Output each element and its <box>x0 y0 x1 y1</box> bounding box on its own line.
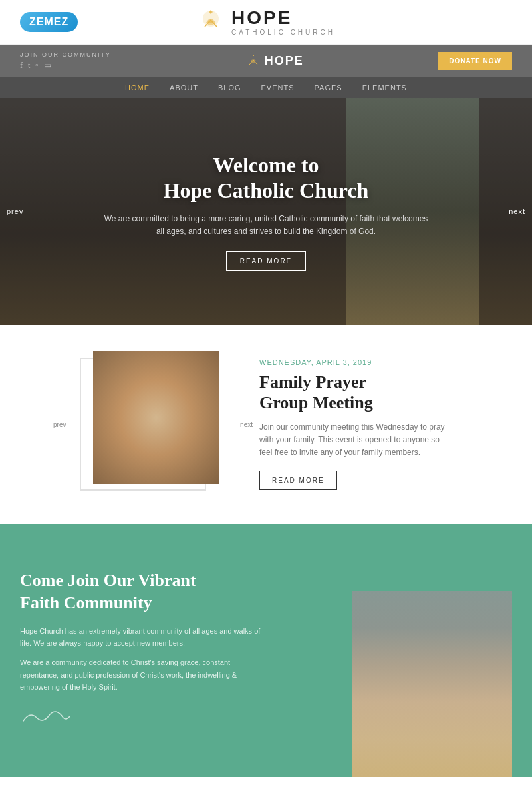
event-prev-button[interactable]: prev <box>53 421 66 428</box>
signature-svg <box>20 704 73 728</box>
header-church-icon <box>246 54 261 68</box>
facebook-icon[interactable]: f <box>20 61 23 70</box>
event-image-wrapper: prev next <box>86 351 219 497</box>
hero-content: Welcome toWelcome to Hope Catholic Churc… <box>100 152 432 271</box>
person-photo <box>352 591 512 777</box>
hero-section: prev Welcome toWelcome to Hope Catholic … <box>0 98 532 325</box>
nav-about[interactable]: ABOUT <box>170 84 198 92</box>
join-text: JOIN OUR COMMUNITY <box>20 51 111 58</box>
site-logo: HOPE <box>246 54 304 68</box>
hope-subtitle: CATHOLIC CHURCH <box>231 29 335 36</box>
hero-title: Welcome toWelcome to Hope Catholic Churc… <box>100 152 432 203</box>
event-read-more-button[interactable]: READ MORE <box>259 471 337 490</box>
hope-brand: HOPE CATHOLIC CHURCH <box>197 8 335 36</box>
event-description: Join our community meeting this Wednesda… <box>259 421 446 460</box>
community-desc1: Hope Church has an extremely vibrant com… <box>20 625 266 650</box>
hero-description: We are committed to being a more caring,… <box>100 213 432 238</box>
nav-pages[interactable]: PAGES <box>315 84 342 92</box>
community-title: Come Join Our VibrantFaith Community <box>20 569 266 614</box>
twitter-icon[interactable]: t <box>28 61 30 70</box>
community-content: Come Join Our VibrantFaith Community Hop… <box>20 569 266 732</box>
donate-button[interactable]: DONATE NOW <box>438 52 512 70</box>
nav-elements[interactable]: ELEMENTS <box>362 84 407 92</box>
hero-prev-button[interactable]: prev <box>7 207 23 215</box>
event-people-photo <box>93 351 219 484</box>
community-desc2: We are a community dedicated to Christ's… <box>20 656 266 694</box>
event-date: WEDNESDAY, APRIL 3, 2019 <box>259 358 446 366</box>
instagram-icon[interactable]: ▫ <box>35 61 38 70</box>
event-image <box>93 351 219 484</box>
blog-section: Our Blog <box>0 777 532 798</box>
event-title: Family PrayerGroup Meeting <box>259 372 446 413</box>
social-icons: f t ▫ ▭ <box>20 61 111 70</box>
site-logo-text: HOPE <box>265 54 304 68</box>
community-section: Come Join Our VibrantFaith Community Hop… <box>0 524 532 777</box>
event-section: prev next WEDNESDAY, APRIL 3, 2019 Famil… <box>0 325 532 524</box>
community-signature <box>20 704 266 732</box>
social4-icon[interactable]: ▭ <box>44 61 51 70</box>
event-next-button[interactable]: next <box>240 421 253 428</box>
person-silhouette <box>352 591 512 777</box>
hero-read-more-button[interactable]: READ MORE <box>226 251 307 271</box>
header-left: JOIN OUR COMMUNITY f t ▫ ▭ <box>20 51 111 70</box>
hope-brand-text: HOPE CATHOLIC CHURCH <box>231 8 335 36</box>
brand-bar: ZEMEZ HOPE CATHOLIC CHURCH <box>0 0 532 45</box>
nav-blog[interactable]: BLOG <box>218 84 241 92</box>
hero-next-button[interactable]: next <box>509 207 525 215</box>
event-content: WEDNESDAY, APRIL 3, 2019 Family PrayerGr… <box>259 358 446 491</box>
zemez-logo[interactable]: ZEMEZ <box>20 12 78 32</box>
hope-title: HOPE <box>231 8 335 29</box>
site-header: JOIN OUR COMMUNITY f t ▫ ▭ HOPE DONATE N… <box>0 45 532 77</box>
main-nav: HOME ABOUT BLOG EVENTS PAGES ELEMENTS <box>0 77 532 98</box>
community-person <box>266 557 512 743</box>
nav-events[interactable]: EVENTS <box>261 84 295 92</box>
nav-home[interactable]: HOME <box>125 84 150 92</box>
church-icon <box>197 8 225 36</box>
